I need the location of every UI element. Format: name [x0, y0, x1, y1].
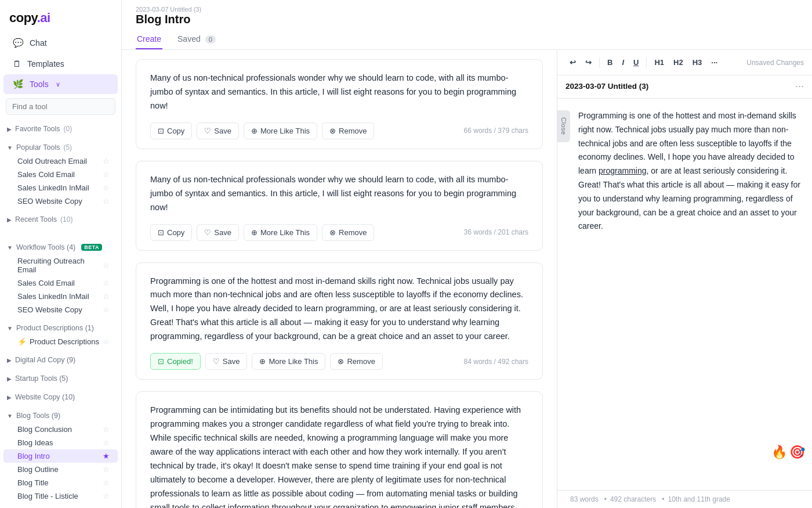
section-workflow-tools-header[interactable]: ▼ Workflow Tools (4) BETA [0, 240, 121, 254]
sidebar-item-wf-seo[interactable]: SEO Website Copy ☆ [3, 303, 118, 316]
favorite-tools-chevron: ▶ [7, 126, 12, 132]
more-icon-2: ⊕ [259, 357, 266, 366]
editor-toolbar: ↩ ↪ B I U H1 H2 H3 ··· [566, 56, 742, 69]
remove-btn-2[interactable]: ⊗ Remove [330, 353, 382, 370]
more-icon-1: ⊕ [251, 228, 258, 237]
word-count-0: 66 words / 379 chars [464, 127, 528, 135]
sidebar-item-sales-linkedin[interactable]: Sales LinkedIn InMail ☆ [3, 181, 118, 194]
main-tabs: Create Saved 0 [136, 30, 798, 49]
section-blog-tools-header[interactable]: ▼ Blog Tools (9) [0, 409, 121, 423]
blog-intro-star-icon[interactable]: ★ [103, 452, 110, 460]
wf-sales-cold-star-icon[interactable]: ☆ [103, 279, 110, 287]
redo-btn[interactable]: ↪ [581, 56, 596, 69]
more-like-this-btn-1[interactable]: ⊕ More Like This [244, 224, 317, 241]
char-count-footer: 492 characters [604, 495, 657, 503]
italic-btn[interactable]: I [618, 56, 628, 69]
bold-btn[interactable]: B [603, 56, 617, 69]
editor-content[interactable]: Programming is one of the hottest and mo… [557, 99, 812, 490]
sidebar-item-seo-website-copy[interactable]: SEO Website Copy ☆ [3, 194, 118, 208]
section-website-copy-header[interactable]: ▶ Website Copy (10) [0, 390, 121, 404]
sidebar-item-sales-cold-email[interactable]: Sales Cold Email ☆ [3, 168, 118, 181]
templates-icon: 🗒 [13, 59, 21, 69]
recruiting-star-icon[interactable]: ☆ [103, 261, 110, 270]
section-favorite-tools-header[interactable]: ▶ Favorite Tools (0) [0, 122, 121, 136]
more-toolbar-btn[interactable]: ··· [707, 56, 722, 69]
lightning-icon: ⚡ [17, 337, 27, 346]
blog-title-star-icon[interactable]: ☆ [103, 478, 110, 487]
section-blog-tools: ▼ Blog Tools (9) Blog Conclusion ☆ Blog … [0, 409, 121, 503]
saved-badge: 0 [205, 35, 216, 44]
save-icon-2: ♡ [213, 357, 220, 366]
save-btn-0[interactable]: ♡ Save [197, 123, 239, 139]
sidebar-item-wf-linkedin[interactable]: Sales LinkedIn InMail ☆ [3, 290, 118, 303]
sidebar-item-cold-outreach[interactable]: Cold Outreach Email ☆ [3, 154, 118, 168]
section-popular-tools-header[interactable]: ▼ Popular Tools (5) [0, 140, 121, 154]
result-card-3: Programming can be intimidating but its … [136, 391, 543, 508]
sidebar-item-templates[interactable]: 🗒 Templates [3, 54, 118, 73]
copy-btn-0[interactable]: ⊡ Copy [150, 123, 192, 139]
sidebar-item-blog-ideas[interactable]: Blog Ideas ☆ [3, 436, 118, 449]
sidebar-item-recruiting-outreach[interactable]: Recruiting Outreach Email ☆ [3, 254, 118, 276]
tools-icon: 🌿 [13, 79, 24, 89]
sidebar-item-product-descriptions[interactable]: ⚡ Product Descriptions ☆ [3, 335, 118, 348]
sidebar-item-wf-sales-cold[interactable]: Sales Cold Email ☆ [3, 276, 118, 290]
copy-btn-1[interactable]: ⊡ Copy [150, 224, 192, 241]
sidebar-item-chat[interactable]: 💬 Chat [3, 33, 118, 53]
digital-ad-chevron: ▶ [7, 357, 12, 363]
title-group: 2023-03-07 Untitled (3) Blog Intro [136, 6, 201, 26]
h2-btn[interactable]: H2 [669, 56, 687, 69]
result-card-0: Many of us non-technical professionals w… [136, 59, 543, 149]
emoji-toolbar: 🔥 🎯 [771, 445, 805, 460]
wf-linkedin-star-icon[interactable]: ☆ [103, 292, 110, 301]
undo-btn[interactable]: ↩ [566, 56, 580, 69]
tab-create[interactable]: Create [136, 30, 162, 49]
copy-icon-0: ⊡ [158, 127, 164, 135]
blog-conclusion-star-icon[interactable]: ☆ [103, 425, 110, 434]
sidebar-item-blog-title-listicle[interactable]: Blog Title - Listicle ☆ [3, 489, 118, 503]
doc-meta: 2023-03-07 Untitled (3) [136, 6, 201, 13]
sidebar-item-tools[interactable]: 🌿 Tools ∨ [3, 74, 118, 94]
h1-btn[interactable]: H1 [650, 56, 668, 69]
section-digital-ad-header[interactable]: ▶ Digital Ad Copy (9) [0, 353, 121, 367]
h3-btn[interactable]: H3 [688, 56, 706, 69]
main-content: 2023-03-07 Untitled (3) Blog Intro Creat… [122, 0, 812, 508]
blog-title-listicle-star-icon[interactable]: ☆ [103, 492, 110, 500]
section-product-descriptions: ▼ Product Descriptions (1) ⚡ Product Des… [0, 321, 121, 348]
product-desc-star-icon[interactable]: ☆ [103, 337, 110, 346]
blog-ideas-star-icon[interactable]: ☆ [103, 438, 110, 447]
section-workflow-tools: ▼ Workflow Tools (4) BETA Recruiting Out… [0, 240, 121, 316]
sidebar-item-blog-intro[interactable]: Blog Intro ★ [3, 449, 118, 463]
right-panel: ↩ ↪ B I U H1 H2 H3 ··· Unsaved Changes 2… [557, 50, 812, 508]
section-product-descriptions-header[interactable]: ▼ Product Descriptions (1) [0, 321, 121, 335]
wf-seo-star-icon[interactable]: ☆ [103, 305, 110, 314]
more-like-this-btn-0[interactable]: ⊕ More Like This [244, 123, 317, 139]
remove-btn-0[interactable]: ⊗ Remove [322, 123, 374, 139]
search-input[interactable] [6, 98, 115, 115]
save-icon-1: ♡ [204, 228, 211, 237]
section-favorite-tools: ▶ Favorite Tools (0) [0, 122, 121, 136]
recent-tools-chevron: ▶ [7, 217, 12, 223]
tab-saved[interactable]: Saved 0 [176, 30, 217, 49]
more-options-btn[interactable]: ··· [795, 80, 804, 92]
sales-linkedin-star-icon[interactable]: ☆ [103, 183, 110, 192]
copied-icon-2: ⊡ [158, 357, 164, 366]
cold-outreach-star-icon[interactable]: ☆ [103, 157, 110, 165]
save-btn-2[interactable]: ♡ Save [205, 353, 248, 370]
sales-cold-email-star-icon[interactable]: ☆ [103, 170, 110, 179]
more-like-this-btn-2[interactable]: ⊕ More Like This [252, 353, 325, 370]
section-startup-tools-header[interactable]: ▶ Startup Tools (5) [0, 372, 121, 385]
copied-btn-2[interactable]: ⊡ Copied! [150, 353, 201, 370]
close-panel-tab[interactable]: Close [557, 110, 570, 142]
underline-btn[interactable]: U [629, 56, 643, 69]
doc-title: Blog Intro [136, 13, 201, 26]
right-panel-header: ↩ ↪ B I U H1 H2 H3 ··· Unsaved Changes [557, 50, 812, 75]
fire-emoji: 🔥 [771, 445, 787, 460]
remove-btn-1[interactable]: ⊗ Remove [322, 224, 374, 241]
save-btn-1[interactable]: ♡ Save [197, 224, 239, 241]
blog-outline-star-icon[interactable]: ☆ [103, 465, 110, 474]
sidebar-item-blog-outline[interactable]: Blog Outline ☆ [3, 463, 118, 476]
section-recent-tools-header[interactable]: ▶ Recent Tools (10) [0, 212, 121, 226]
seo-star-icon[interactable]: ☆ [103, 197, 110, 206]
sidebar-item-blog-conclusion[interactable]: Blog Conclusion ☆ [3, 423, 118, 436]
sidebar-item-blog-title[interactable]: Blog Title ☆ [3, 476, 118, 489]
